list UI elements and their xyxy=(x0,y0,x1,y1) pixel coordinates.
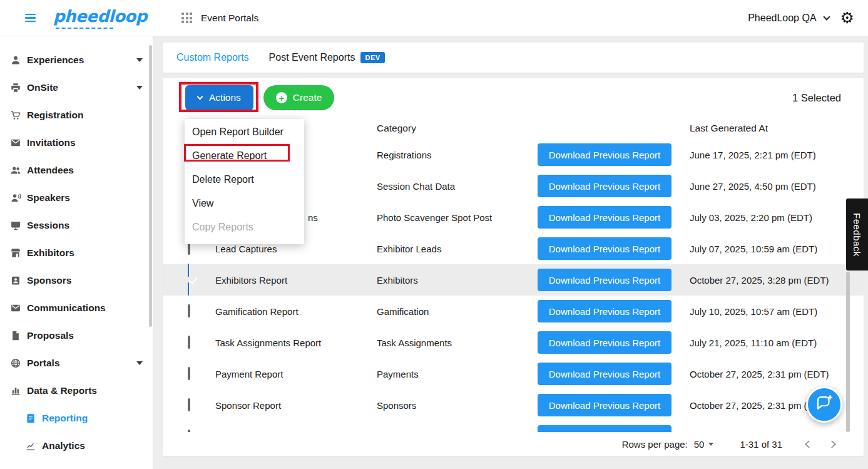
menu-item-view[interactable]: View xyxy=(185,192,304,215)
account-name[interactable]: PheedLoop QA xyxy=(748,13,816,24)
table-row[interactable]: Download Previous Report xyxy=(163,421,864,432)
pheedloop-logo[interactable]: pheedloop xyxy=(53,7,147,29)
download-previous-report-button[interactable]: Download Previous Report xyxy=(538,206,671,229)
table-row[interactable]: Exhibitors Report Exhibitors Download Pr… xyxy=(163,264,864,296)
sidebar-item-label: Communications xyxy=(27,302,106,314)
sidebar-item-registration[interactable]: Registration xyxy=(0,101,153,129)
sidebar-item-label: Exhibitors xyxy=(27,247,74,259)
row-checkbox[interactable] xyxy=(188,398,190,411)
report-name: Task Assignments Report xyxy=(215,338,377,348)
menu-item-delete-report[interactable]: Delete Report xyxy=(185,168,304,192)
download-cell: Download Previous Report xyxy=(538,269,690,291)
report-category: Sponsors xyxy=(377,400,538,411)
download-previous-report-button[interactable]: Download Previous Report xyxy=(538,363,671,385)
row-checkbox[interactable] xyxy=(188,367,190,380)
next-page-icon[interactable] xyxy=(828,440,836,448)
row-checkbox[interactable] xyxy=(188,336,190,349)
table-row[interactable]: Task Assignments Report Task Assignments… xyxy=(163,327,864,358)
table-row[interactable]: Sponsor Report Sponsors Download Previou… xyxy=(163,389,864,421)
sidebar-item-communications[interactable]: Communications xyxy=(0,294,153,322)
selected-count: 1 Selected xyxy=(792,92,852,104)
tab-custom-reports[interactable]: Custom Reports xyxy=(166,43,259,73)
page-title: Event Portals xyxy=(201,13,258,24)
sidebar-item-label: Portals xyxy=(27,358,60,369)
actions-button[interactable]: Actions xyxy=(185,85,253,110)
header-last-generated: Last Generated At xyxy=(690,123,864,134)
download-previous-report-button[interactable]: Download Previous Report xyxy=(538,269,671,291)
create-button[interactable]: + Create xyxy=(263,85,335,110)
sidebar-scrollbar[interactable] xyxy=(149,45,152,327)
menu-toggle-icon[interactable] xyxy=(25,14,36,22)
rows-per-page-label: Rows per page: xyxy=(622,439,688,450)
person-icon xyxy=(10,54,22,66)
table-row[interactable]: Gamification Report Gamification Downloa… xyxy=(163,296,864,327)
envelope-icon xyxy=(10,137,22,149)
row-checkbox[interactable] xyxy=(188,304,190,317)
sidebar-item-experiences[interactable]: Experiences xyxy=(0,46,153,74)
download-previous-report-button[interactable]: Download Previous Report xyxy=(538,175,671,197)
pagination-range: 1-31 of 31 xyxy=(740,439,782,450)
report-category: Photo Scavenger Spot Post xyxy=(377,212,538,223)
download-previous-report-button[interactable]: Download Previous Report xyxy=(538,143,671,166)
feedback-tab[interactable]: Feedback xyxy=(846,198,868,271)
report-name: Lead Captures xyxy=(215,244,377,254)
sidebar-item-sessions[interactable]: Sessions xyxy=(0,212,153,239)
chevron-down-icon[interactable] xyxy=(823,13,830,20)
sidebar-item-sponsors[interactable]: Sponsors xyxy=(0,267,153,294)
report-category: Task Assignments xyxy=(377,338,538,348)
tab-post-event-reports[interactable]: Post Event Reports DEV xyxy=(259,43,395,73)
chat-bubble-icon xyxy=(815,394,834,415)
cart-icon xyxy=(10,110,22,121)
download-previous-report-button[interactable]: Download Previous Report xyxy=(538,394,671,416)
chat-support-button[interactable] xyxy=(806,386,842,423)
sidebar-item-reporting[interactable]: Reporting xyxy=(0,405,153,432)
checkbox-cell xyxy=(188,337,215,348)
checkbox-cell xyxy=(188,243,215,254)
sidebar-item-label: Sessions xyxy=(27,220,69,231)
header-category: Category xyxy=(377,123,538,134)
previous-page-icon[interactable] xyxy=(805,440,813,448)
report-name: Gamification Report xyxy=(215,306,377,317)
actions-dropdown-menu: Open Report BuilderGenerate ReportDelete… xyxy=(185,119,304,244)
sidebar-item-label: Data & Reports xyxy=(27,385,97,396)
document-icon xyxy=(10,330,22,342)
table-scrollbar[interactable] xyxy=(846,272,850,432)
badge-icon xyxy=(10,275,22,287)
rows-per-page-select[interactable]: 50 xyxy=(694,439,714,450)
download-previous-report-button[interactable]: Download Previous Report xyxy=(538,425,671,432)
sidebar-item-speakers[interactable]: Speakers xyxy=(0,184,153,212)
download-previous-report-button[interactable]: Download Previous Report xyxy=(538,300,671,322)
sidebar-item-data-reports[interactable]: Data & Reports xyxy=(0,377,153,405)
sidebar: Experiences OnSite Registration Invitati… xyxy=(0,36,153,469)
sidebar-item-proposals[interactable]: Proposals xyxy=(0,322,153,349)
sidebar-item-portals[interactable]: Portals xyxy=(0,349,153,377)
settings-gear-icon[interactable]: ⚙ xyxy=(840,10,854,26)
sidebar-item-exhibitors[interactable]: Exhibitors xyxy=(0,239,153,267)
sidebar-item-label: Speakers xyxy=(27,192,70,204)
checkbox-cell xyxy=(188,306,215,317)
create-button-label: Create xyxy=(293,92,322,103)
menu-item-generate-report[interactable]: Generate Report xyxy=(185,144,304,168)
sidebar-item-analytics[interactable]: Analytics xyxy=(0,432,153,460)
main-content: Custom Reports Post Event Reports DEV Ac… xyxy=(154,36,868,469)
sidebar-item-label: Attendees xyxy=(27,165,74,176)
sidebar-item-attendees[interactable]: Attendees xyxy=(0,157,153,184)
sidebar-item-invitations[interactable]: Invitations xyxy=(0,129,153,157)
last-generated-at: July 21, 2025, 11:10 am (EDT) xyxy=(690,338,864,348)
topbar-left: pheedloop xyxy=(0,7,153,29)
storefront-icon xyxy=(10,247,22,259)
download-previous-report-button[interactable]: Download Previous Report xyxy=(538,331,671,354)
download-previous-report-button[interactable]: Download Previous Report xyxy=(538,237,671,260)
report-category: Registrations xyxy=(377,150,538,160)
report-category: Payments xyxy=(377,369,538,379)
sidebar-item-label: Sponsors xyxy=(27,275,71,286)
dev-badge: DEV xyxy=(360,52,384,63)
checkbox-cell xyxy=(188,265,215,296)
apps-grid-icon[interactable] xyxy=(181,13,192,23)
table-row[interactable]: Payment Report Payments Download Previou… xyxy=(163,358,864,389)
tab-label: Custom Reports xyxy=(176,52,249,63)
menu-item-open-report-builder[interactable]: Open Report Builder xyxy=(185,120,304,144)
sidebar-item-onsite[interactable]: OnSite xyxy=(0,74,153,101)
sidebar-item-label: OnSite xyxy=(27,82,58,93)
row-checkbox[interactable] xyxy=(188,264,215,296)
